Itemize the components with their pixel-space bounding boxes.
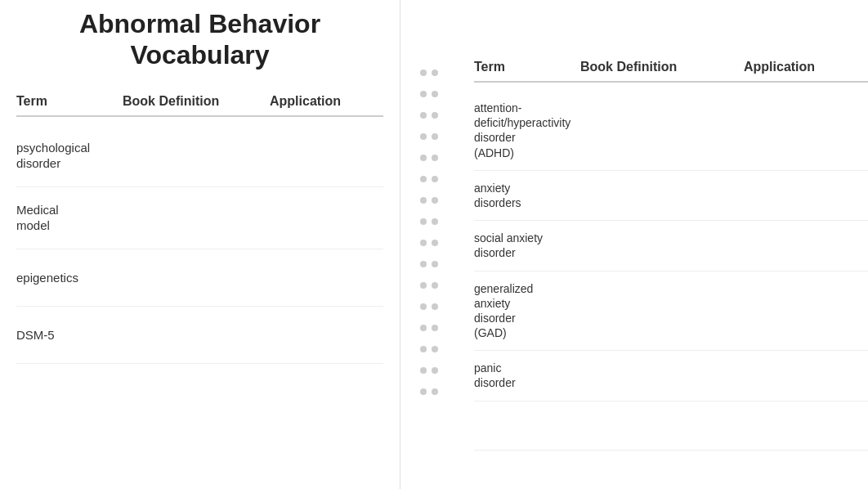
- right-app-header: Application: [744, 60, 868, 74]
- term-cell: attention-deficit/hyperactivitydisorder(…: [474, 101, 580, 160]
- dot-pair: [420, 70, 438, 76]
- dot: [432, 112, 438, 119]
- right-term-header: Term: [474, 60, 580, 74]
- dot: [420, 91, 427, 97]
- dot-pair: [420, 176, 438, 182]
- title-line1: Abnormal Behavior: [79, 9, 320, 38]
- dot: [420, 176, 427, 182]
- dot: [432, 367, 438, 374]
- dot: [432, 346, 438, 352]
- dot: [432, 197, 438, 204]
- term-cell: Medicalmodel: [16, 202, 123, 234]
- term-cell: DSM-5: [16, 327, 123, 343]
- divider-column: [400, 0, 458, 489]
- left-panel: Abnormal Behavior Vocabulary Term Book D…: [0, 0, 400, 489]
- dot: [432, 70, 438, 76]
- dot: [420, 367, 427, 374]
- dot: [432, 91, 438, 97]
- dot-pair: [420, 303, 438, 310]
- dot: [420, 133, 427, 140]
- right-vocab-list: attention-deficit/hyperactivitydisorder(…: [474, 91, 868, 451]
- table-row: [474, 402, 868, 451]
- title-line2: Vocabulary: [130, 40, 269, 70]
- left-app-header: Application: [270, 94, 400, 109]
- table-row: generalizedanxietydisorder(GAD): [474, 271, 868, 352]
- table-row: panicdisorder: [474, 351, 868, 401]
- table-row: Medicalmodel: [16, 187, 383, 249]
- dot: [432, 176, 438, 182]
- dot-pair: [420, 240, 438, 246]
- left-column-headers: Term Book Definition Application: [16, 87, 383, 117]
- dot-pair: [420, 261, 438, 267]
- table-row: anxietydisorders: [474, 171, 868, 221]
- left-term-header: Term: [16, 94, 123, 109]
- dot-pair: [420, 282, 438, 289]
- term-cell: social anxietydisorder: [474, 231, 580, 260]
- table-row: attention-deficit/hyperactivitydisorder(…: [474, 91, 868, 171]
- dot-pair: [420, 346, 438, 352]
- dot-pair: [420, 325, 438, 331]
- dot: [420, 70, 427, 76]
- table-row: epigenetics: [16, 249, 383, 307]
- dot: [420, 261, 427, 267]
- dot: [432, 388, 438, 395]
- dot: [420, 303, 427, 310]
- dot: [420, 325, 427, 331]
- main-title: Abnormal Behavior Vocabulary: [16, 8, 383, 71]
- dot: [432, 240, 438, 246]
- term-cell: psychologicaldisorder: [16, 140, 123, 172]
- dot: [420, 155, 427, 161]
- dot: [432, 303, 438, 310]
- dot-pair: [420, 197, 438, 204]
- right-column-headers: Term Book Definition Application: [474, 53, 868, 83]
- dot: [432, 325, 438, 331]
- dot-pair: [420, 155, 438, 161]
- table-row: social anxietydisorder: [474, 221, 868, 271]
- term-cell: panicdisorder: [474, 361, 580, 390]
- dot: [420, 282, 427, 289]
- dot: [420, 112, 427, 119]
- term-cell: epigenetics: [16, 270, 123, 286]
- dot-pair: [420, 218, 438, 225]
- table-row: DSM-5: [16, 307, 383, 364]
- right-def-header: Book Definition: [580, 60, 744, 74]
- dot-pair: [420, 388, 438, 395]
- dot: [420, 388, 427, 395]
- dot: [420, 240, 427, 246]
- dot: [432, 218, 438, 225]
- left-def-header: Book Definition: [123, 94, 270, 109]
- term-cell: anxietydisorders: [474, 181, 580, 210]
- term-cell: generalizedanxietydisorder(GAD): [474, 281, 580, 341]
- dot: [432, 133, 438, 140]
- dot-pair: [420, 367, 438, 374]
- dot: [420, 218, 427, 225]
- dot: [432, 261, 438, 267]
- table-row: psychologicaldisorder: [16, 125, 383, 187]
- dot: [420, 346, 427, 352]
- right-panel: Term Book Definition Application attenti…: [458, 0, 868, 489]
- dot-pair: [420, 112, 438, 119]
- dot: [420, 197, 427, 204]
- dot-pair: [420, 133, 438, 140]
- dot: [432, 282, 438, 289]
- left-vocab-list: psychologicaldisorder Medicalmodel epige…: [16, 125, 383, 364]
- title-area: Abnormal Behavior Vocabulary: [16, 8, 383, 71]
- dot-pair: [420, 91, 438, 97]
- dot: [432, 155, 438, 161]
